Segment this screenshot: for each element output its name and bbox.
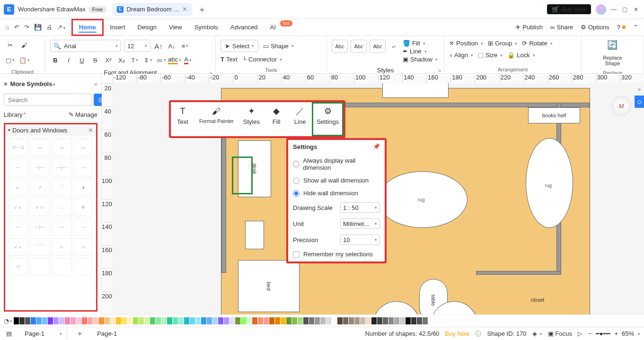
bookshelf[interactable]: books helf bbox=[528, 107, 580, 123]
color-swatch[interactable] bbox=[184, 317, 189, 324]
maximize-icon[interactable]: ▢ bbox=[622, 6, 629, 13]
color-swatch[interactable] bbox=[360, 317, 365, 324]
font-color-icon[interactable]: A bbox=[183, 55, 193, 65]
italic-icon[interactable]: I bbox=[63, 55, 74, 65]
shape-stencil[interactable]: ⌓ bbox=[52, 198, 71, 216]
color-swatch[interactable] bbox=[133, 317, 138, 324]
layers-button[interactable]: ◈ bbox=[532, 330, 542, 337]
shape-stencil[interactable]: ▭ bbox=[52, 139, 71, 157]
shape-stencil[interactable]: ↙↘ bbox=[30, 198, 50, 216]
color-swatch[interactable] bbox=[116, 317, 121, 324]
color-swatch[interactable] bbox=[298, 317, 303, 324]
color-swatch[interactable] bbox=[19, 317, 25, 324]
color-swatch[interactable] bbox=[326, 317, 331, 324]
more-symbols-title[interactable]: More Symbols bbox=[10, 80, 56, 87]
shape-stencil[interactable]: ▭ bbox=[73, 139, 93, 157]
color-swatch[interactable] bbox=[150, 317, 155, 324]
color-swatch[interactable] bbox=[190, 317, 195, 324]
color-swatch[interactable] bbox=[42, 317, 47, 324]
color-swatch[interactable] bbox=[173, 317, 178, 324]
color-swatch[interactable] bbox=[48, 317, 53, 324]
position-button[interactable]: ⤧Position bbox=[449, 40, 483, 47]
shape-stencil[interactable]: — bbox=[8, 158, 28, 176]
color-swatch[interactable] bbox=[383, 317, 388, 324]
search-input[interactable] bbox=[4, 94, 92, 106]
strike-icon[interactable]: S bbox=[90, 55, 100, 65]
shape-stencil[interactable]: —|— bbox=[52, 158, 71, 176]
collapse-ribbon-icon[interactable]: ⌃ bbox=[633, 24, 638, 31]
menu-tab-design[interactable]: Design bbox=[132, 19, 163, 35]
color-swatch[interactable] bbox=[36, 317, 42, 324]
color-swatch[interactable] bbox=[144, 317, 150, 324]
ai-assistant-button[interactable]: M bbox=[613, 97, 630, 114]
color-swatch[interactable] bbox=[332, 317, 337, 324]
shape-stencil[interactable]: ↙ bbox=[8, 178, 28, 196]
copy-icon[interactable]: ▢ bbox=[5, 55, 15, 65]
color-swatch[interactable] bbox=[411, 317, 416, 324]
color-swatch[interactable] bbox=[320, 317, 326, 324]
shape-stencil[interactable]: ⊏—⊐ bbox=[8, 139, 28, 157]
menu-tab-advanced[interactable]: Advanced bbox=[224, 19, 264, 35]
color-swatch[interactable] bbox=[241, 317, 246, 324]
shape-stencil[interactable] bbox=[30, 258, 50, 276]
color-swatch[interactable] bbox=[388, 317, 394, 324]
color-swatch[interactable] bbox=[82, 317, 87, 324]
color-swatch[interactable] bbox=[139, 317, 144, 324]
ctx-fill[interactable]: ◆Fill bbox=[265, 102, 288, 136]
color-swatch[interactable] bbox=[292, 317, 297, 324]
zoom-out-button[interactable]: − bbox=[588, 330, 592, 337]
replace-shape-icon[interactable]: 🔄 bbox=[607, 40, 618, 50]
color-swatch[interactable] bbox=[354, 317, 360, 324]
bed[interactable]: bed bbox=[238, 260, 300, 312]
shape-button[interactable]: ▭Shape bbox=[263, 43, 294, 50]
color-swatch[interactable] bbox=[178, 317, 184, 324]
color-swatch[interactable] bbox=[59, 317, 64, 324]
menu-tab-view[interactable]: View bbox=[163, 19, 188, 35]
zoom-in-button[interactable]: + bbox=[614, 330, 618, 337]
color-swatch[interactable] bbox=[161, 317, 167, 324]
ctx-format-painter[interactable]: 🖌Format Painter bbox=[194, 102, 238, 136]
undo-icon[interactable]: ↶ bbox=[14, 24, 19, 31]
color-swatch[interactable] bbox=[252, 317, 257, 324]
unit-select[interactable]: Millimet...▾ bbox=[340, 218, 380, 229]
pin-icon[interactable]: 📌 bbox=[373, 143, 380, 150]
color-swatch[interactable] bbox=[281, 317, 286, 324]
sheet-tab[interactable]: Page-1▾ bbox=[20, 327, 67, 340]
save-icon[interactable]: 💾 bbox=[34, 24, 42, 31]
shape-stencil[interactable]: —|— bbox=[30, 158, 50, 176]
underline-icon[interactable]: U bbox=[77, 55, 87, 65]
shape-stencil[interactable]: ↙↘ bbox=[8, 238, 28, 256]
print-icon[interactable]: 🖨 bbox=[46, 24, 53, 31]
new-tab-button[interactable]: ＋ bbox=[198, 4, 206, 15]
shape-stencil[interactable]: ↙↘ bbox=[8, 198, 28, 216]
radio-always[interactable]: Always display wall dimension bbox=[293, 157, 380, 171]
shape-stencil[interactable]: ▭ bbox=[73, 238, 93, 256]
color-swatch[interactable] bbox=[343, 317, 348, 324]
color-swatch[interactable] bbox=[417, 317, 422, 324]
color-swatch[interactable] bbox=[156, 317, 161, 324]
color-swatch[interactable] bbox=[218, 317, 223, 324]
info-icon[interactable]: ⓘ bbox=[475, 330, 481, 338]
shape-stencil[interactable]: — bbox=[73, 218, 93, 236]
radio-hide[interactable]: Hide wall dimension bbox=[293, 190, 380, 197]
buy-now-button[interactable]: 🛒 Buy Now bbox=[547, 4, 591, 14]
menu-tab-insert[interactable]: Insert bbox=[104, 19, 132, 35]
color-swatch[interactable] bbox=[71, 317, 76, 324]
color-swatch[interactable] bbox=[400, 317, 405, 324]
shape-stencil[interactable]: —|— bbox=[30, 218, 50, 236]
redo-icon[interactable]: ↷ bbox=[24, 24, 29, 31]
color-swatch[interactable] bbox=[127, 317, 132, 324]
menu-tab-ai[interactable]: AI bbox=[264, 19, 282, 35]
shape-stencil[interactable]: ▭ bbox=[30, 139, 50, 157]
color-swatch[interactable] bbox=[167, 317, 172, 324]
ctx-text[interactable]: TText bbox=[171, 102, 194, 136]
color-swatch[interactable] bbox=[366, 317, 371, 324]
size-button[interactable]: ⬚Size bbox=[478, 52, 503, 59]
export-icon[interactable]: ↗ bbox=[57, 24, 66, 31]
color-swatch[interactable] bbox=[406, 317, 411, 324]
color-swatch[interactable] bbox=[76, 317, 81, 324]
color-swatch[interactable] bbox=[195, 317, 201, 324]
color-swatch[interactable] bbox=[14, 317, 19, 324]
shape-stencil[interactable]: ◗ bbox=[73, 178, 93, 196]
color-swatch[interactable] bbox=[93, 317, 98, 324]
